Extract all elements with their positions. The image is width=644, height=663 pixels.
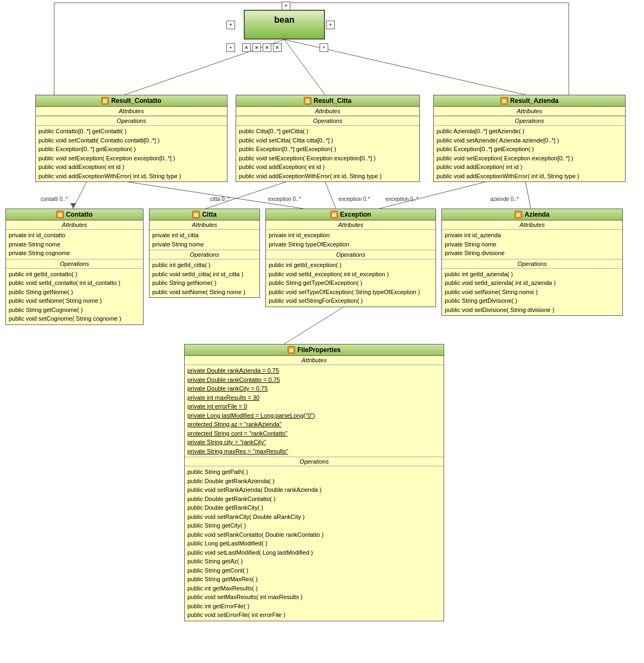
list-item: public void setRankCity( Double aRankCit… [187,512,441,522]
list-item: public void setContatti( Contatto contat… [38,136,224,145]
list-item: public void setId_contatto( int id_conta… [9,278,140,288]
result-azienda-icon: ▤ [500,97,508,105]
expand-btn-plus-3[interactable]: + [320,43,328,52]
azienda-icon: ▤ [515,211,522,218]
list-item: public void setRankAzienda( Double rankA… [187,485,441,495]
contatto-header: ▤ Contatto [6,209,143,220]
expand-btn-left[interactable]: + [226,21,235,29]
list-item: public void setId_azienda( int id_aziend… [445,278,620,288]
result-citta-header: ▤ Result_Citta [236,95,419,107]
expand-btn-bottom-3[interactable]: ✕ [263,43,271,52]
list-item: public void addException( int id ) [38,162,224,172]
result-azienda-ops: public Azienda[0..*] getAziende( ) publi… [434,126,625,181]
list-item: public void setStringForException( ) [269,296,433,306]
svg-line-10 [206,181,287,209]
list-item: public String getNome( ) [152,278,257,288]
svg-line-11 [325,181,336,209]
list-item: public String getPath( ) [187,467,441,477]
list-item: private Double rankCity = 0.75 [187,384,441,393]
list-item: public void setNome( String nome ) [9,296,140,306]
list-item: public void addExceptionWithError( int i… [437,172,622,181]
list-item: public Long getLastModified( ) [187,539,441,548]
list-item: public void setErrorFile( int errorFile … [187,610,441,620]
list-item: public void setId_exception( int id_exce… [269,270,433,279]
exception-attr-label: Attributes [266,220,435,230]
azienda-name: Azienda [524,211,549,218]
list-item: private Long lastModified = Long.parseLo… [187,411,441,420]
list-item: public void addException( int id ) [437,162,622,172]
list-item: private int maxResults = 30 [187,393,441,402]
list-item: public void setTypeOfException( String t… [269,288,433,297]
result-azienda-name: Result_Azienda [510,97,558,105]
list-item: private String cognome [9,249,140,258]
expand-btn-bottom-1[interactable]: ✕ [242,43,251,52]
list-item: public Double getRankAzienda( ) [187,477,441,486]
list-item: public void setCitta( Citta citta[0..*] … [239,136,417,145]
azienda-attr-label: Attributes [442,220,622,230]
list-item: private int id_citta [152,231,257,240]
azienda-ops: public int getId_azienda( ) public void … [442,269,622,316]
result-contatto-icon: ▤ [101,97,109,105]
list-item: public Double getRankContatto( ) [187,495,441,504]
list-item: public void setException( Exception exce… [239,154,417,163]
list-item: public void setCognome( String cognome ) [9,314,140,323]
citta-ops: public int getId_citta( ) public void se… [149,259,259,297]
list-item: public void setMaxResults( int maxResult… [187,593,441,602]
list-item: public String getNome( ) [9,288,140,297]
result-citta-ops: public Citta[0..*] getCitta( ) public vo… [236,126,419,181]
exception-icon: ▤ [330,211,338,218]
expand-btn-right[interactable]: + [326,21,335,29]
result-contatto-attr-label: Attributes [36,107,227,116]
result-azienda-attr-label: Attributes [434,107,625,116]
list-item: public int getId_citta( ) [152,261,257,270]
list-item: public void setRankContatto( Double rank… [187,530,441,540]
list-item: public void setException( Exception exce… [437,154,622,163]
aziende-label: aziende 0..* [490,196,519,202]
list-item: private Double rankAzienda = 0.75 [187,366,441,375]
expand-btn-bottom-2[interactable]: ✕ [252,43,261,52]
list-item: public void setException( Exception exce… [38,154,224,163]
expand-btn-bottom-4[interactable]: ✕ [273,43,282,52]
citta-header: ▤ Citta [149,209,259,220]
contatto-attr-label: Attributes [6,220,143,230]
azienda-attrs: private int id_azienda private String no… [442,230,622,259]
result-contatto-header: ▤ Result_Contatto [36,95,227,107]
list-item: public Exception[0..*] getException( ) [239,145,417,154]
citta-box: ▤ Citta Attributes private int id_citta … [149,209,260,298]
list-item: private int id_contatto [9,231,140,240]
result-contatto-ops-label: Operations [36,116,227,126]
contatto-icon: ▤ [56,211,64,218]
list-item: public void setNome( String nome ) [445,288,620,297]
citta-attrs: private int id_citta private String nome [149,230,259,250]
svg-line-14 [284,303,349,344]
list-item: public String getAz( ) [187,557,441,566]
list-item: protected String az = "rankAzienda" [187,420,441,429]
list-item: public void setLastModified( Long lastMo… [187,548,441,557]
fileproperties-attrs: private Double rankAzienda = 0.75 privat… [185,365,444,457]
list-item: public String getMaxRes( ) [187,575,441,584]
list-item: private int id_exception [269,231,433,240]
exception-header: ▤ Exception [266,209,435,220]
list-item: public String getTypeOfException( ) [269,278,433,288]
fileproperties-ops: public String getPath( ) public Double g… [185,466,444,621]
list-item: public String getCont( ) [187,566,441,575]
svg-marker-8 [70,203,76,209]
list-item: public String getDivisione( ) [445,296,620,306]
diagram-container: bean + + ✕ ✕ ✕ ✕ + + + ▤ Result_Contatto… [0,0,644,663]
fileproperties-ops-label: Operations [185,457,444,466]
contatto-ops: public int getId_contatto( ) public void… [6,269,143,324]
list-item: public int getId_azienda( ) [445,270,620,279]
contatti-label: contatti 0..* [41,196,68,202]
list-item: public void addExceptionWithError( int i… [239,172,417,181]
exception1-label: exception 0..* [268,196,301,202]
list-item: private String nome [445,240,620,249]
list-item: private String maxRes = "maxResults" [187,447,441,456]
azienda-box: ▤ Azienda Attributes private int id_azie… [441,209,623,316]
exception-ops: public int getId_exception( ) public voi… [266,259,435,307]
bean-box: bean [244,10,325,40]
expand-btn-plus-top[interactable]: + [282,2,290,10]
list-item: public Exception[0..*] getException( ) [437,145,622,154]
expand-btn-plus-2[interactable]: + [226,43,235,52]
exception-name: Exception [340,211,371,218]
list-item: public int getErrorFile( ) [187,602,441,611]
